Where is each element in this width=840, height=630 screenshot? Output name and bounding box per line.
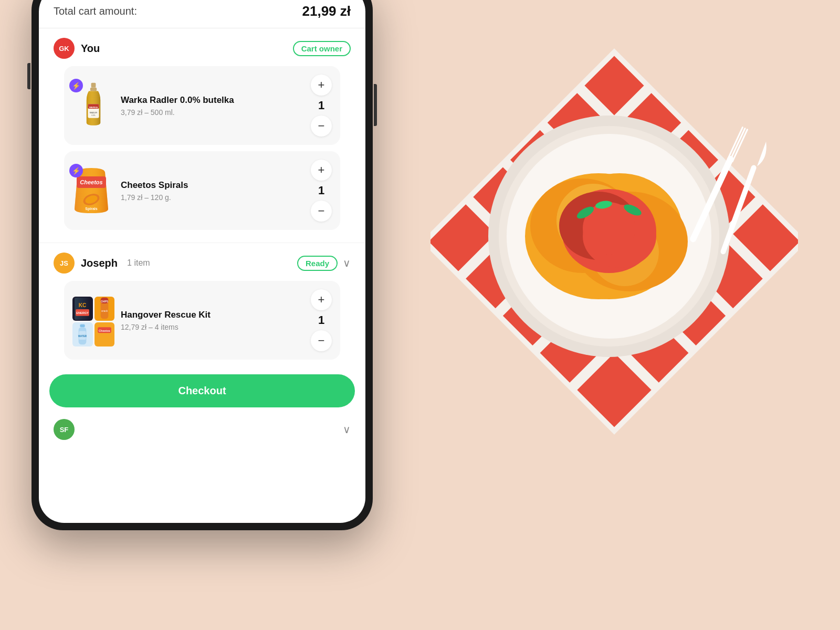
hangover-item-4: Cheetos	[94, 322, 115, 346]
cart-total-label: Total cart amount:	[54, 5, 137, 17]
cheetos-info: Cheetos Spirals 1,79 zł – 120 g.	[121, 180, 304, 202]
joseph-products: KC ENERGY	[54, 281, 351, 360]
cart-owner-badge: Cart owner	[293, 41, 351, 56]
warka-img-container: ⚡	[72, 82, 114, 129]
lightning-badge-cheetos: ⚡	[69, 164, 83, 177]
cheetos-price: 1,79 zł – 120 g.	[121, 193, 304, 202]
user-section-you: GK You Cart owner ⚡	[39, 28, 365, 243]
hangover-item-1: KC ENERGY	[72, 297, 93, 321]
warka-name: Warka Radler 0.0% butelka	[121, 94, 304, 106]
product-card-warka: ⚡	[64, 66, 340, 145]
warka-qty-controls: + 1 −	[311, 75, 332, 136]
you-products: ⚡	[54, 66, 351, 230]
svg-rect-0	[91, 83, 96, 88]
checkout-section: Checkout	[39, 366, 365, 416]
hangover-name: Hangover Rescue Kit	[121, 309, 304, 321]
lightning-badge-warka: ⚡	[69, 79, 83, 92]
hangover-cheetos-image: Cheetos	[96, 322, 113, 346]
phone-frame: Total cart amount: 21,99 zł GK You Cart …	[32, 0, 373, 530]
hangover-item-2: CHIPS snack	[94, 297, 115, 321]
hangover-info: Hangover Rescue Kit 12,79 zł – 4 items	[121, 309, 304, 331]
warka-bottle-image: WARKA RADLER 0.0%	[80, 82, 107, 128]
svg-text:CHIPS: CHIPS	[101, 300, 108, 303]
hangover-kc-image: KC ENERGY	[74, 297, 91, 321]
joseph-item-count: 1 item	[127, 258, 150, 268]
user-info-joseph: JS Joseph 1 item	[54, 253, 150, 274]
avatar-js: JS	[54, 253, 75, 274]
svg-text:Spirals: Spirals	[85, 207, 97, 211]
product-card-hangover: KC ENERGY	[64, 281, 340, 360]
product-card-cheetos: ⚡	[64, 151, 340, 230]
warka-quantity: 1	[315, 99, 328, 112]
svg-text:WATER: WATER	[78, 335, 87, 338]
hangover-water-image: WATER	[74, 322, 91, 346]
cheetos-name: Cheetos Spirals	[121, 180, 304, 191]
avatar-sf: SF	[54, 419, 75, 440]
warka-decrement-button[interactable]: −	[311, 116, 332, 136]
ready-badge: Ready	[297, 256, 338, 271]
hangover-increment-button[interactable]: +	[311, 289, 332, 310]
screen-content: Total cart amount: 21,99 zł GK You Cart …	[39, 0, 365, 523]
svg-text:KC: KC	[79, 302, 87, 308]
background-illustration	[430, 26, 798, 457]
user-name-joseph: Joseph	[81, 257, 118, 269]
phone-wrapper: Total cart amount: 21,99 zł GK You Cart …	[32, 0, 388, 556]
user-header-you: GK You Cart owner	[54, 38, 351, 59]
svg-text:ENERGY: ENERGY	[77, 311, 89, 314]
user-section-joseph: JS Joseph 1 item Ready ∨	[39, 243, 365, 360]
hangover-decrement-button[interactable]: −	[311, 330, 332, 351]
svg-text:WARKA: WARKA	[89, 106, 98, 109]
cheetos-decrement-button[interactable]: −	[311, 201, 332, 222]
hangover-price: 12,79 zł – 4 items	[121, 323, 304, 331]
avatar-gk: GK	[54, 38, 75, 59]
svg-text:snack: snack	[101, 310, 108, 312]
svg-text:0.0%: 0.0%	[91, 114, 95, 117]
warka-info: Warka Radler 0.0% butelka 3,79 zł – 500 …	[121, 94, 304, 117]
svg-rect-21	[80, 324, 85, 328]
joseph-chevron-icon[interactable]: ∨	[343, 257, 351, 269]
bottom-chevron-icon[interactable]: ∨	[343, 423, 351, 436]
svg-rect-13	[75, 298, 90, 320]
svg-rect-69	[729, 128, 746, 162]
hangover-quantity: 1	[315, 313, 328, 327]
hangover-qty-controls: + 1 −	[311, 289, 332, 351]
bottom-section: SF ∨	[39, 416, 365, 440]
user-header-joseph: JS Joseph 1 item Ready ∨	[54, 253, 351, 274]
hangover-chips-image: CHIPS snack	[96, 297, 113, 321]
hangover-img-container: KC ENERGY	[72, 297, 114, 344]
cheetos-img-container: ⚡	[72, 167, 114, 214]
svg-text:Cheetos: Cheetos	[80, 179, 102, 185]
cart-total-amount: 21,99 zł	[302, 3, 351, 19]
cart-total-bar: Total cart amount: 21,99 zł	[39, 0, 365, 28]
svg-text:Cheetos: Cheetos	[99, 329, 110, 332]
cheetos-qty-controls: + 1 −	[311, 160, 332, 222]
svg-rect-1	[90, 88, 97, 91]
warka-price: 3,79 zł – 500 ml.	[121, 108, 304, 117]
warka-increment-button[interactable]: +	[311, 75, 332, 96]
cheetos-quantity: 1	[315, 184, 328, 197]
user-info-you: GK You	[54, 38, 100, 59]
hangover-item-3: WATER	[72, 322, 93, 346]
checkout-button[interactable]: Checkout	[49, 374, 355, 407]
joseph-badges: Ready ∨	[297, 256, 351, 271]
cheetos-increment-button[interactable]: +	[311, 160, 332, 181]
svg-text:RADLER: RADLER	[90, 112, 98, 114]
user-name-you: You	[81, 43, 100, 55]
phone-screen: Total cart amount: 21,99 zł GK You Cart …	[39, 0, 365, 523]
hangover-grid: KC ENERGY	[72, 297, 114, 343]
